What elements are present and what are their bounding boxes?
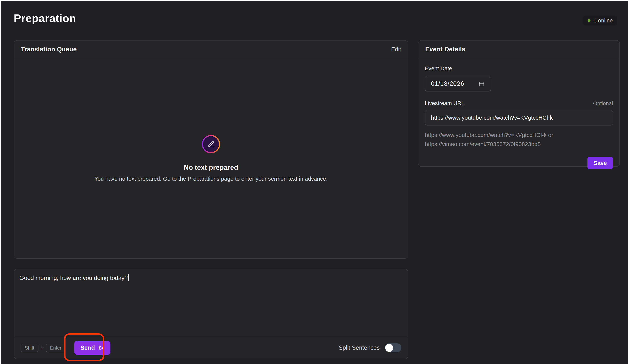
livestream-url-value: https://www.youtube.com/watch?v=KVgtccHC… <box>431 115 552 121</box>
livestream-url-label: Livestream URL <box>425 100 465 107</box>
app-root: Preparation 0 online Translation Queue E… <box>1 1 628 364</box>
event-details-header: Event Details <box>418 41 620 58</box>
pen-gradient-ring <box>202 135 220 153</box>
empty-state-title: No text prepared <box>184 164 238 172</box>
toggle-knob <box>385 344 393 352</box>
event-date-value: 01/18/2026 <box>431 80 464 87</box>
plus-separator: + <box>41 345 44 351</box>
page-title: Preparation <box>14 12 76 25</box>
translation-queue-panel: Translation Queue Edit No text prepared … <box>14 40 408 259</box>
text-caret <box>128 274 129 281</box>
message-input[interactable]: Good morning, how are you doing today? <box>14 269 408 337</box>
online-status-dot-icon <box>588 19 590 22</box>
event-details-title: Event Details <box>425 46 465 53</box>
composer-panel: Good morning, how are you doing today? S… <box>14 269 408 359</box>
send-button[interactable]: Send <box>74 341 110 355</box>
translation-queue-header: Translation Queue Edit <box>14 41 408 58</box>
event-date-label: Event Date <box>425 65 613 72</box>
event-details-body: Event Date 01/18/2026 Livestream URL Opt… <box>418 58 620 175</box>
livestream-url-hint: https://www.youtube.com/watch?v=KVgtccHC… <box>425 130 613 149</box>
shift-key-hint: Shift <box>21 344 38 352</box>
empty-state-description: You have no text prepared. Go to the Pre… <box>94 176 328 182</box>
save-button[interactable]: Save <box>587 157 613 169</box>
online-status-badge: 0 online <box>583 16 617 25</box>
translation-queue-empty-state: No text prepared You have no text prepar… <box>14 58 408 259</box>
event-date-input[interactable]: 01/18/2026 <box>425 76 491 91</box>
send-button-label: Send <box>80 344 95 351</box>
split-sentences-toggle[interactable] <box>385 343 401 352</box>
calendar-icon[interactable] <box>478 80 485 87</box>
livestream-label-row: Livestream URL Optional <box>425 100 613 107</box>
event-details-panel: Event Details Event Date 01/18/2026 Live… <box>418 40 620 167</box>
edit-button[interactable]: Edit <box>391 46 401 53</box>
send-arrow-icon <box>98 345 104 351</box>
composer-footer: Shift + Enter Send Split Sentences <box>14 337 408 359</box>
pen-line-icon <box>203 136 219 152</box>
message-input-value: Good morning, how are you doing today? <box>19 275 128 281</box>
enter-key-hint: Enter <box>46 344 66 352</box>
online-count-label: 0 online <box>593 17 613 24</box>
optional-badge: Optional <box>593 100 613 107</box>
translation-queue-title: Translation Queue <box>21 46 77 53</box>
livestream-url-input[interactable]: https://www.youtube.com/watch?v=KVgtccHC… <box>425 110 613 125</box>
split-sentences-label: Split Sentences <box>339 344 380 351</box>
